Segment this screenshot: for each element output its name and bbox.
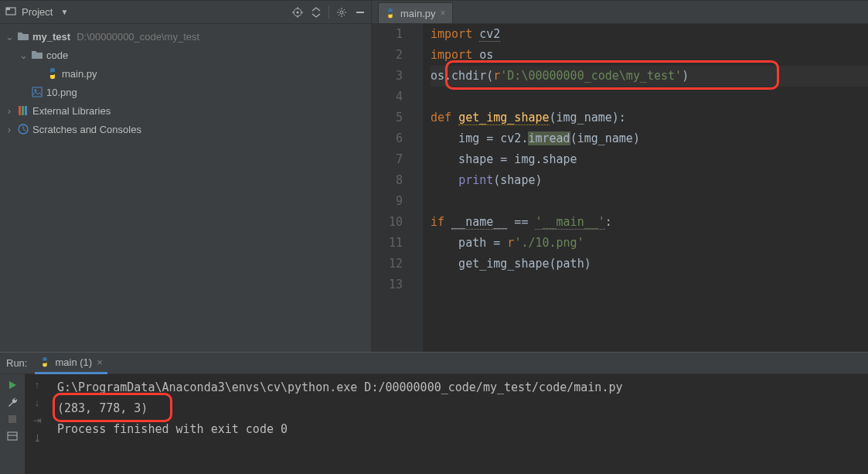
- console-line: (283, 778, 3): [57, 398, 860, 419]
- wrench-icon[interactable]: [6, 396, 19, 408]
- chevron-down-icon: ⌄: [19, 49, 28, 61]
- project-label: Project: [22, 6, 53, 18]
- tree-root-label: my_test: [32, 31, 70, 43]
- arrow-down-icon[interactable]: ↓: [35, 397, 40, 408]
- run-nav-column: ↑ ↓ ⇥ ⤓: [25, 374, 49, 474]
- svg-rect-14: [25, 106, 27, 115]
- svg-rect-16: [9, 415, 16, 423]
- code-editor[interactable]: 1 2 3 4 5 6 7 8 9 10 11 12 13 import cv2…: [372, 24, 868, 352]
- chevron-down-icon: ⌄: [5, 31, 14, 43]
- separator: [328, 6, 329, 19]
- svg-rect-12: [19, 106, 21, 115]
- line-gutter: 1 2 3 4 5 6 7 8 9 10 11 12 13: [372, 24, 410, 352]
- project-header: Project ▼: [0, 1, 371, 24]
- editor-tab-bar: main.py ×: [372, 1, 868, 24]
- project-icon: [5, 5, 17, 19]
- rerun-icon[interactable]: [6, 379, 19, 391]
- svg-rect-9: [356, 12, 364, 13]
- chevron-right-icon: ›: [5, 105, 14, 117]
- close-icon[interactable]: ×: [97, 356, 103, 368]
- editor-tab-main[interactable]: main.py ×: [378, 2, 453, 23]
- gear-icon[interactable]: [335, 6, 348, 19]
- scratches-label: Scratches and Consoles: [32, 124, 141, 135]
- file-label: main.py: [62, 68, 97, 80]
- python-file-icon: [39, 356, 50, 367]
- tree-folder-code[interactable]: ⌄ code: [0, 46, 371, 64]
- console-line: Process finished with exit code 0: [57, 419, 860, 440]
- svg-rect-1: [6, 8, 10, 10]
- scratches-icon: [17, 123, 29, 135]
- svg-point-11: [35, 90, 37, 92]
- chevron-right-icon: ›: [5, 124, 14, 135]
- folder-icon: [17, 30, 29, 43]
- python-file-icon: [46, 67, 59, 80]
- stop-icon[interactable]: [6, 413, 19, 425]
- locate-icon[interactable]: [291, 6, 304, 19]
- layout-icon[interactable]: [6, 430, 19, 442]
- tab-label: main.py: [400, 8, 436, 19]
- close-icon[interactable]: ×: [441, 8, 446, 19]
- svg-rect-10: [32, 87, 42, 97]
- hide-icon[interactable]: [354, 6, 366, 19]
- run-title: Run:: [6, 357, 27, 369]
- folder-icon: [31, 49, 43, 61]
- chevron-down-icon: ▼: [60, 8, 68, 16]
- console-line: G:\ProgramData\Anaconda3\envs\cv\python.…: [57, 377, 860, 398]
- python-file-icon: [385, 8, 396, 19]
- tree-root-path: D:\00000000_code\my_test: [77, 31, 199, 43]
- project-tool-window: Project ▼ ⌄ my_test D:\00000000_code\my_…: [0, 1, 372, 352]
- scroll-to-end-icon[interactable]: ⤓: [33, 432, 42, 444]
- tree-file-main[interactable]: main.py: [0, 64, 371, 83]
- project-title-dropdown[interactable]: Project ▼: [5, 5, 291, 19]
- tree-root[interactable]: ⌄ my_test D:\00000000_code\my_test: [0, 27, 371, 46]
- svg-rect-17: [8, 432, 17, 440]
- image-file-icon: [31, 86, 43, 98]
- console-output[interactable]: G:\ProgramData\Anaconda3\envs\cv\python.…: [49, 374, 868, 474]
- svg-rect-13: [22, 106, 24, 115]
- tree-scratches[interactable]: › Scratches and Consoles: [0, 120, 371, 138]
- run-toolbar: [0, 374, 25, 474]
- file-label: 10.png: [46, 87, 77, 98]
- run-tab-label: main (1): [55, 356, 92, 368]
- run-tool-window: Run: main (1) × ↑ ↓ ⇥ ⤓ G:\ProgramData\A…: [0, 352, 868, 474]
- run-tab[interactable]: main (1) ×: [35, 353, 107, 374]
- svg-point-3: [297, 11, 299, 13]
- fold-strip: [410, 24, 423, 352]
- svg-point-8: [340, 11, 343, 14]
- ext-libs-label: External Libraries: [32, 105, 111, 117]
- code-content[interactable]: import cv2 import os os.chdir(r'D:\00000…: [423, 24, 868, 352]
- tree-external-libraries[interactable]: › External Libraries: [0, 101, 371, 120]
- soft-wrap-icon[interactable]: ⇥: [33, 414, 42, 426]
- expand-all-icon[interactable]: [310, 6, 322, 19]
- folder-label: code: [46, 49, 68, 61]
- tree-file-png[interactable]: 10.png: [0, 83, 371, 101]
- run-header: Run: main (1) ×: [0, 353, 868, 374]
- editor-area: main.py × 1 2 3 4 5 6 7 8 9 10 11 12 13: [372, 1, 868, 352]
- libraries-icon: [17, 104, 29, 117]
- arrow-up-icon[interactable]: ↑: [35, 379, 40, 390]
- project-tree[interactable]: ⌄ my_test D:\00000000_code\my_test ⌄ cod…: [0, 24, 371, 352]
